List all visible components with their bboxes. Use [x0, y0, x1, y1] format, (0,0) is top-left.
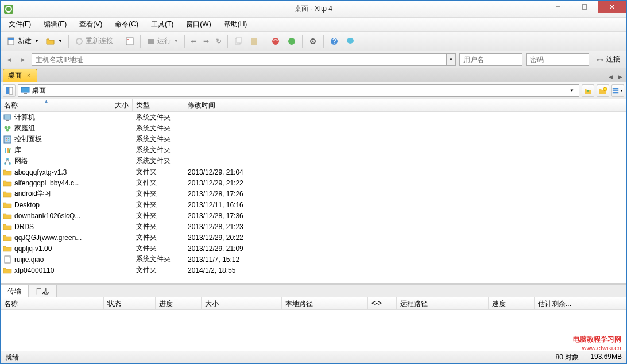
- separator: [68, 35, 69, 48]
- file-row[interactable]: 网络系统文件夹: [1, 156, 626, 166]
- tcol-status[interactable]: 状态: [104, 297, 156, 309]
- file-row[interactable]: abcqqqfyxtg-v1.3文件夹2013/12/29, 21:04: [1, 166, 626, 177]
- file-type-cell: 文件夹: [133, 167, 184, 177]
- toggle-tree-button[interactable]: [3, 84, 16, 97]
- file-list[interactable]: 计算机系统文件夹家庭组系统文件夹控制面板系统文件夹库系统文件夹网络系统文件夹ab…: [1, 112, 626, 283]
- menu-help[interactable]: 帮助(H): [222, 18, 250, 30]
- svg-point-35: [6, 129, 9, 131]
- menu-tools[interactable]: 工具(T): [149, 18, 176, 30]
- file-row[interactable]: qqJQGJ(www.green...文件夹2013/12/29, 20:22: [1, 232, 626, 243]
- back-button[interactable]: ⬅: [188, 34, 199, 48]
- folder-up-icon: [584, 87, 592, 95]
- sync-button[interactable]: [284, 34, 299, 48]
- view-mode-button[interactable]: ▼: [611, 84, 624, 97]
- tab-log[interactable]: 日志: [29, 285, 57, 297]
- tcol-local[interactable]: 本地路径: [282, 297, 368, 309]
- menu-command[interactable]: 命令(C): [113, 18, 141, 30]
- path-dropdown[interactable]: ▼: [567, 88, 576, 93]
- file-row[interactable]: xfp04000110文件夹2014/1/2, 18:55: [1, 265, 626, 276]
- file-row[interactable]: DRDS文件夹2013/12/28, 21:23: [1, 221, 626, 232]
- col-name[interactable]: 名称▲: [1, 99, 92, 111]
- new-label: 新建: [18, 36, 32, 46]
- paste-button[interactable]: [247, 34, 262, 48]
- forward-button[interactable]: ➡: [200, 34, 212, 48]
- file-row[interactable]: 库系统文件夹: [1, 145, 626, 156]
- col-date[interactable]: 修改时间: [184, 99, 626, 111]
- file-row[interactable]: android学习文件夹2013/12/28, 17:26: [1, 188, 626, 199]
- file-row[interactable]: Desktop文件夹2013/12/11, 16:16: [1, 199, 626, 210]
- tcol-size[interactable]: 大小: [202, 297, 282, 309]
- cancel-button[interactable]: [268, 34, 283, 48]
- file-row[interactable]: 控制面板系统文件夹: [1, 134, 626, 145]
- gear-icon: [308, 37, 318, 46]
- separator: [323, 35, 324, 48]
- chevron-down-icon: ▼: [449, 57, 454, 62]
- separator: [119, 35, 119, 48]
- menu-view[interactable]: 查看(V): [77, 18, 104, 30]
- svg-rect-31: [4, 115, 11, 119]
- file-type-cell: 文件夹: [133, 178, 184, 188]
- new-folder-button[interactable]: [597, 84, 609, 97]
- tcol-eta[interactable]: 估计剩余...: [535, 297, 626, 309]
- connect-button[interactable]: 连接: [593, 53, 623, 67]
- reconnect-label: 重新连接: [86, 36, 113, 46]
- close-button[interactable]: [598, 1, 626, 13]
- network-icon: [3, 157, 12, 166]
- host-input[interactable]: [36, 54, 443, 65]
- properties-button[interactable]: [122, 34, 137, 48]
- file-row[interactable]: 计算机系统文件夹: [1, 112, 626, 123]
- col-size[interactable]: 大小: [92, 99, 133, 111]
- host-dropdown[interactable]: ▼: [447, 53, 456, 66]
- tcol-name[interactable]: 名称: [1, 297, 104, 309]
- file-row[interactable]: downbank1026slcQ...文件夹2013/12/28, 17:36: [1, 210, 626, 221]
- menu-window[interactable]: 窗口(W): [184, 18, 213, 30]
- copy-button[interactable]: [231, 34, 246, 48]
- file-name-cell: ruijie.qiao: [1, 255, 92, 264]
- refresh-button[interactable]: ↻: [213, 34, 225, 48]
- svg-text:?: ?: [332, 37, 336, 45]
- file-row[interactable]: ruijie.qiao系统文件夹2013/11/7, 15:12: [1, 254, 626, 265]
- svg-point-21: [601, 59, 603, 61]
- tab-prev-button[interactable]: ◄: [607, 72, 615, 82]
- settings-button[interactable]: [305, 34, 320, 48]
- file-row[interactable]: qqpljq-v1.00文件夹2013/12/29, 21:09: [1, 243, 626, 254]
- svg-point-27: [603, 87, 607, 91]
- file-row[interactable]: 家庭组系统文件夹: [1, 123, 626, 134]
- chat-button[interactable]: [343, 34, 358, 48]
- folder-icon: [3, 244, 12, 253]
- tcol-direction[interactable]: <->: [368, 297, 397, 309]
- user-input[interactable]: [463, 54, 518, 65]
- tcol-progress[interactable]: 进度: [156, 297, 202, 309]
- svg-point-34: [8, 126, 11, 129]
- svg-point-19: [347, 38, 354, 44]
- tcol-remote[interactable]: 远程路径: [397, 297, 489, 309]
- minimize-button[interactable]: [545, 1, 571, 13]
- menu-file[interactable]: 文件(F): [6, 18, 33, 30]
- file-row[interactable]: aifengqqpl_bby44.c...文件夹2013/12/29, 21:2…: [1, 177, 626, 188]
- pass-input[interactable]: [530, 54, 585, 65]
- maximize-button[interactable]: [571, 1, 598, 13]
- path-combo[interactable]: 桌面 ▼: [18, 84, 579, 97]
- reconnect-button[interactable]: 重新连接: [72, 34, 116, 48]
- run-button[interactable]: 运行▼: [144, 34, 181, 48]
- file-date-cell: 2013/12/28, 17:36: [184, 212, 626, 220]
- session-tab-desktop[interactable]: 桌面 ×: [3, 69, 37, 82]
- folder-icon: [3, 211, 12, 220]
- open-button[interactable]: ▼: [43, 34, 65, 48]
- tab-next-button[interactable]: ►: [616, 72, 624, 82]
- homegroup-icon: [3, 124, 12, 133]
- tcol-speed[interactable]: 速度: [489, 297, 535, 309]
- col-type[interactable]: 类型: [133, 99, 184, 111]
- up-dir-button[interactable]: [582, 84, 594, 97]
- nav-right-button[interactable]: ►: [18, 55, 28, 65]
- tab-close-button[interactable]: ×: [25, 72, 32, 79]
- menu-edit[interactable]: 编辑(E): [41, 18, 69, 30]
- svg-rect-42: [7, 148, 9, 153]
- tree-icon: [5, 87, 13, 95]
- tab-transfer[interactable]: 传输: [1, 285, 29, 297]
- file-type-cell: 文件夹: [133, 211, 184, 220]
- nav-left-button[interactable]: ◄: [4, 55, 14, 65]
- help-button[interactable]: ?: [327, 34, 342, 48]
- transfer-tabs: 传输 日志: [1, 285, 626, 297]
- new-button[interactable]: 新建▼: [4, 34, 42, 48]
